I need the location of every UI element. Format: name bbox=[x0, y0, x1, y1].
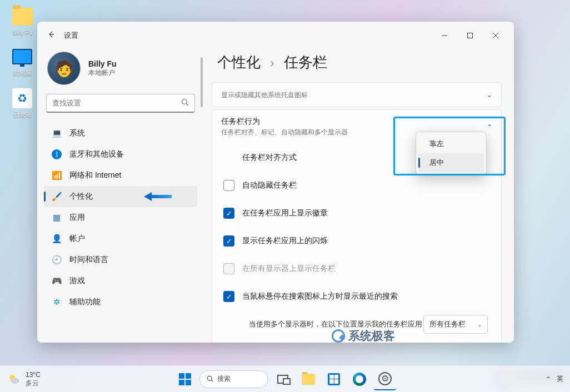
opt-flashing[interactable]: ✓显示任务栏应用上的闪烁 bbox=[217, 227, 497, 255]
weather-desc: 多云 bbox=[26, 379, 41, 387]
row-label: 在任务栏应用上显示徽章 bbox=[242, 208, 490, 218]
minimize-button[interactable] bbox=[432, 27, 457, 44]
nav-time-language[interactable]: 🕘时间和语言 bbox=[44, 249, 197, 270]
nav-accessibility[interactable]: ✲辅助功能 bbox=[44, 292, 197, 313]
breadcrumb: 个性化 › 任务栏 bbox=[204, 49, 514, 82]
nav-network[interactable]: 📶网络和 Internet bbox=[44, 165, 197, 186]
nav-label: 游戏 bbox=[69, 276, 85, 286]
nav-label: 蓝牙和其他设备 bbox=[69, 149, 124, 159]
alignment-label: 任务栏对齐方式 bbox=[242, 153, 408, 163]
nav-apps-icon: ▦ bbox=[49, 213, 64, 223]
nav-label: 帐户 bbox=[69, 234, 85, 244]
nav-system-icon: 💻 bbox=[49, 128, 64, 138]
edge-button[interactable] bbox=[348, 368, 371, 390]
nav-personalization[interactable]: 🖌️个性化 bbox=[44, 186, 197, 207]
settings-window: 设置 🧑 Billy Fu 本地帐户 bbox=[37, 22, 514, 343]
close-button[interactable] bbox=[483, 27, 508, 44]
search-input[interactable] bbox=[46, 94, 195, 113]
nav-time-language-icon: 🕘 bbox=[49, 255, 64, 265]
checkbox[interactable]: ✓ bbox=[223, 208, 234, 219]
opt-badges[interactable]: ✓在任务栏应用上显示徽章 bbox=[217, 199, 497, 227]
profile[interactable]: 🧑 Billy Fu 本地帐户 bbox=[44, 49, 197, 94]
breadcrumb-parent[interactable]: 个性化 bbox=[217, 54, 261, 71]
behavior-body: 任务栏对齐方式 靠左 居中 自动隐藏任务栏✓在任务栏应用上显示徽章✓显示任务栏 bbox=[212, 144, 501, 343]
profile-name: Billy Fu bbox=[88, 59, 117, 68]
opt-recent-search[interactable]: ✓当鼠标悬停在搜索图标上方时显示最近的搜索 bbox=[217, 283, 497, 310]
tray-ime[interactable]: 英 bbox=[557, 374, 563, 384]
explorer-button[interactable] bbox=[297, 368, 319, 390]
back-button[interactable] bbox=[43, 30, 59, 41]
profile-sub: 本地帐户 bbox=[88, 68, 117, 78]
desktop-label: 此电脑 bbox=[8, 69, 36, 77]
search-icon bbox=[181, 98, 189, 108]
search-box[interactable] bbox=[46, 94, 195, 113]
right-panel: 个性化 › 任务栏 显示或隐藏其他系统托盘图标 ⌄ 任务栏 bbox=[204, 49, 514, 343]
taskbar-weather[interactable]: 13°C 多云 bbox=[7, 371, 41, 387]
row-alignment: 任务栏对齐方式 靠左 居中 bbox=[217, 144, 497, 172]
nav-bluetooth[interactable]: ᛒ蓝牙和其他设备 bbox=[44, 144, 197, 165]
tray-section-head[interactable]: 显示或隐藏其他系统托盘图标 ⌄ bbox=[212, 83, 501, 107]
nav-label: 辅助功能 bbox=[69, 297, 101, 307]
row-label: 自动隐藏任务栏 bbox=[242, 180, 490, 190]
behavior-title: 任务栏行为 bbox=[221, 117, 487, 127]
nav-label: 系统 bbox=[69, 128, 85, 138]
nav-list: 💻系统ᛒ蓝牙和其他设备📶网络和 Internet🖌️个性化▦应用👤帐户🕘时间和语… bbox=[44, 123, 197, 313]
tray-section: 显示或隐藏其他系统托盘图标 ⌄ bbox=[212, 82, 502, 107]
sysgeek-logo-icon bbox=[332, 329, 345, 343]
taskbar-search[interactable]: 搜索 bbox=[199, 370, 268, 388]
watermark-sysgeek: 系统极客 bbox=[332, 328, 395, 343]
store-icon bbox=[328, 373, 340, 385]
start-button[interactable] bbox=[174, 368, 196, 390]
edge-icon bbox=[353, 373, 366, 386]
svg-point-4 bbox=[182, 99, 187, 104]
desktop-user-folder[interactable]: Billy Fu bbox=[8, 6, 36, 36]
svg-marker-7 bbox=[144, 192, 152, 201]
nav-gaming-icon: 🎮 bbox=[49, 276, 64, 286]
maximize-button[interactable] bbox=[457, 27, 483, 44]
settings-taskbar-button[interactable] bbox=[374, 368, 396, 390]
scrollbar[interactable] bbox=[201, 49, 203, 343]
nav-system[interactable]: 💻系统 bbox=[44, 123, 197, 144]
nav-label: 时间和语言 bbox=[69, 255, 108, 265]
opt-auto-hide[interactable]: 自动隐藏任务栏 bbox=[217, 172, 497, 199]
desktop-this-pc[interactable]: 此电脑 bbox=[8, 46, 36, 77]
checkbox[interactable] bbox=[223, 180, 234, 191]
chevron-right-icon: › bbox=[270, 56, 274, 70]
task-view-icon bbox=[277, 375, 288, 384]
taskbar-center: 搜索 bbox=[174, 368, 396, 390]
nav-accessibility-icon: ✲ bbox=[49, 297, 64, 307]
window-title: 设置 bbox=[64, 31, 78, 41]
alignment-dropdown[interactable]: 靠左 居中 bbox=[416, 132, 487, 175]
nav-gaming[interactable]: 🎮游戏 bbox=[44, 270, 197, 292]
taskbar: 13°C 多云 搜索 ⌃ 英 bbox=[0, 365, 570, 392]
multi-display-select[interactable]: 所有任务栏 ⌄ bbox=[423, 315, 488, 334]
desktop-label: 回收站 bbox=[8, 110, 36, 119]
checkbox[interactable]: ✓ bbox=[223, 291, 234, 302]
nav-personalization-icon: 🖌️ bbox=[49, 192, 64, 202]
svg-point-9 bbox=[11, 378, 19, 384]
svg-point-10 bbox=[207, 376, 212, 380]
desktop-recycle-bin[interactable]: 回收站 bbox=[8, 87, 36, 119]
taskbar-tray[interactable]: ⌃ 英 bbox=[546, 374, 563, 384]
row-label: 当鼠标悬停在搜索图标上方时显示最近的搜索 bbox=[242, 292, 490, 301]
recycle-icon bbox=[12, 88, 32, 108]
store-button[interactable] bbox=[323, 368, 345, 390]
content: 显示或隐藏其他系统托盘图标 ⌄ 任务栏行为 任务栏对齐、标记、自动隐藏和多个显示… bbox=[204, 82, 514, 343]
nav-accounts[interactable]: 👤帐户 bbox=[44, 228, 197, 249]
tray-chevron-icon[interactable]: ⌃ bbox=[546, 375, 551, 383]
alignment-option-center[interactable]: 居中 bbox=[418, 153, 484, 172]
nav-apps[interactable]: ▦应用 bbox=[44, 207, 197, 228]
nav-label: 个性化 bbox=[69, 192, 93, 202]
checkbox[interactable]: ✓ bbox=[223, 235, 234, 247]
svg-line-5 bbox=[187, 104, 189, 106]
weather-icon bbox=[7, 372, 21, 386]
row-label: 在所有显示器上显示任务栏 bbox=[242, 264, 490, 274]
titlebar: 设置 bbox=[37, 22, 514, 49]
folder-icon bbox=[12, 8, 33, 26]
checkbox bbox=[223, 263, 234, 274]
row-label: 显示任务栏应用上的闪烁 bbox=[242, 236, 490, 246]
windows-icon bbox=[179, 373, 191, 385]
breadcrumb-current: 任务栏 bbox=[284, 54, 327, 71]
alignment-option-left[interactable]: 靠左 bbox=[418, 134, 484, 153]
task-view-button[interactable] bbox=[272, 368, 294, 390]
